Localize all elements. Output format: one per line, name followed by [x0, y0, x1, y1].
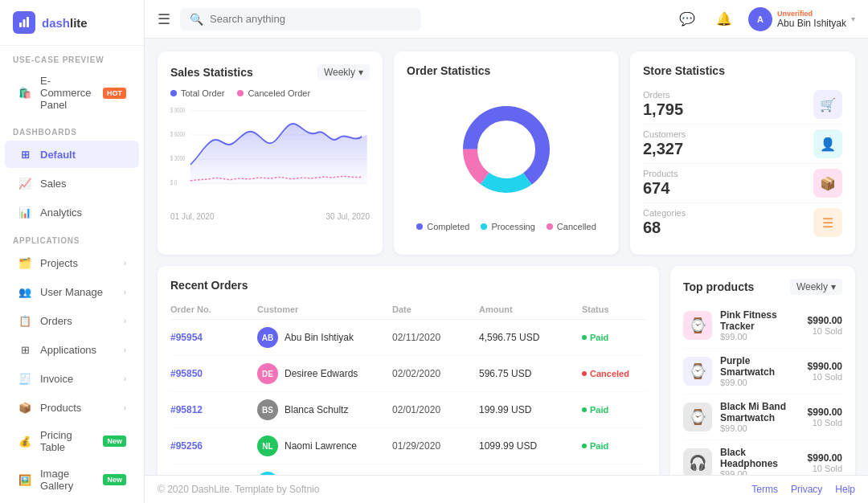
search-box[interactable]: 🔍 — [180, 8, 421, 31]
col-order-no: Order No. — [170, 305, 251, 314]
order-amount: 596.75 USD — [479, 368, 575, 379]
product-price-sub: $99.00 — [720, 332, 800, 341]
stat-categories-icon: ☰ — [813, 208, 842, 237]
sidebar: dashlite USE-CASE PREVIEW 🛍️ E-Commerce … — [0, 0, 145, 503]
privacy-link[interactable]: Privacy — [791, 484, 822, 495]
avatar-info: Unverified Abu Bin Ishityak — [777, 10, 846, 29]
legend-canceled-label: Canceled Order — [248, 88, 310, 98]
customer-name: Abu Bin Ishtiyak — [285, 332, 354, 343]
svg-text:$ 9000: $ 9000 — [170, 106, 185, 115]
sales-stats-header: Sales Statistics Weekly ▾ — [170, 64, 370, 80]
table-row: #95954 AB Abu Bin Ishtiyak 02/11/2020 4,… — [170, 320, 646, 356]
dashboards-label: DASHBOARDS — [0, 118, 144, 140]
product-info: Pink Fitness Tracker $99.00 — [720, 309, 800, 341]
status-label: Paid — [590, 441, 608, 451]
sales-chart: $ 9000 $ 6000 $ 3000 $ 0 — [170, 104, 370, 209]
customer-cell: NL Naomi Lawrence — [257, 436, 386, 456]
top-products-card: Top products Weekly ▾ ⌚ Pink Fitness Tra… — [670, 266, 855, 503]
product-image: 🎧 — [683, 448, 712, 477]
search-icon: 🔍 — [190, 13, 203, 26]
col-status: Status — [582, 305, 646, 314]
message-button[interactable]: 💬 — [674, 6, 700, 32]
sales-period-dropdown[interactable]: Weekly ▾ — [317, 64, 370, 80]
recent-orders-header: Recent Orders — [170, 279, 646, 292]
stat-products-value: 674 — [643, 178, 678, 198]
products-icon: 📦 — [18, 400, 32, 415]
help-link[interactable]: Help — [835, 484, 855, 495]
sidebar-item-user-manage-label: User Manage — [40, 286, 116, 298]
stat-orders-label: Orders — [643, 90, 683, 100]
order-date: 02/01/2020 — [392, 404, 473, 415]
sidebar-item-orders[interactable]: 📋 Orders › — [5, 307, 139, 334]
stat-customers-left: Customers 2,327 — [643, 129, 686, 158]
search-input[interactable] — [210, 13, 411, 25]
legend-canceled-dot — [237, 90, 244, 96]
product-image: ⌚ — [683, 311, 712, 340]
gallery-icon: 🖼️ — [18, 472, 32, 487]
sidebar-item-applications[interactable]: ⊞ Applications › — [5, 336, 139, 363]
legend-completed-dot — [416, 223, 423, 230]
order-statistics-card: Order Statistics Complete — [394, 51, 619, 255]
recent-orders-title: Recent Orders — [170, 279, 248, 292]
chart-icon: 📈 — [18, 176, 32, 190]
stat-products-icon: 📦 — [813, 169, 842, 198]
sidebar-item-default[interactable]: ⊞ Default — [5, 141, 139, 168]
header-icons: 💬 🔔 A Unverified Abu Bin Ishityak ▾ — [674, 6, 855, 32]
user-menu-chevron: ▾ — [851, 14, 855, 23]
sidebar-item-pricing-label: Pricing Table — [40, 429, 95, 453]
customer-name: Desiree Edwards — [285, 368, 358, 379]
order-date: 02/11/2020 — [392, 332, 473, 343]
sales-statistics-card: Sales Statistics Weekly ▾ Total Order Ca… — [158, 51, 383, 255]
avatar: DE — [257, 363, 278, 384]
status-dot — [582, 444, 587, 448]
svg-rect-1 — [23, 19, 26, 27]
order-id[interactable]: #95812 — [170, 404, 251, 415]
x-label-end: 30 Jul, 2020 — [326, 212, 371, 221]
logo-text: dashlite — [42, 16, 88, 30]
stat-orders-icon: 🛒 — [813, 90, 842, 119]
chevron-right-icon6: › — [124, 403, 126, 412]
orders-icon: 📋 — [18, 313, 32, 328]
apps-icon: ⊞ — [18, 342, 32, 357]
col-customer: Customer — [257, 305, 386, 314]
status-label: Paid — [590, 405, 608, 415]
sidebar-item-analytics[interactable]: 📊 Analytics — [5, 198, 139, 226]
sales-legend: Total Order Canceled Order — [170, 88, 370, 98]
product-price: $990.00 — [808, 452, 842, 464]
notification-button[interactable]: 🔔 — [711, 6, 737, 32]
product-price: $990.00 — [808, 315, 842, 326]
sidebar-item-pricing-table[interactable]: 💰 Pricing Table New — [5, 423, 139, 460]
projects-icon: 🗂️ — [18, 256, 32, 270]
logo: dashlite — [0, 0, 144, 46]
list-item: ⌚ Purple Smartwatch $99.00 $990.00 10 So… — [683, 349, 842, 395]
sidebar-item-image-gallery[interactable]: 🖼️ Image Gallery New — [5, 461, 139, 498]
order-id[interactable]: #95256 — [170, 440, 251, 452]
chart-x-labels: 01 Jul, 2020 30 Jul, 2020 — [170, 212, 370, 221]
donut-chart — [407, 85, 606, 214]
legend-cancelled: Cancelled — [547, 222, 596, 231]
sidebar-item-sales[interactable]: 📈 Sales — [5, 170, 139, 197]
order-amount: 4,596.75 USD — [479, 332, 575, 343]
product-name: Black Mi Band Smartwatch — [720, 401, 800, 423]
product-price: $990.00 — [808, 361, 842, 372]
sidebar-item-projects-label: Projects — [40, 257, 116, 269]
sidebar-item-ecommerce[interactable]: 🛍️ E-Commerce Panel HOT — [5, 68, 139, 117]
stat-categories-label: Categories — [643, 208, 686, 218]
sidebar-item-invoice[interactable]: 🧾 Invoice › — [5, 365, 139, 392]
order-id[interactable]: #95850 — [170, 368, 251, 379]
sales-period-label: Weekly — [324, 67, 355, 78]
list-item: ⌚ Pink Fitness Tracker $99.00 $990.00 10… — [683, 303, 842, 349]
hamburger-button[interactable]: ☰ — [158, 10, 170, 28]
terms-link[interactable]: Terms — [751, 484, 778, 495]
products-period-dropdown[interactable]: Weekly ▾ — [790, 279, 842, 295]
avatar: BS — [257, 399, 278, 420]
order-id[interactable]: #95954 — [170, 332, 251, 343]
sidebar-item-user-manage[interactable]: 👥 User Manage › — [5, 278, 139, 305]
user-menu[interactable]: A Unverified Abu Bin Ishityak ▾ — [748, 7, 855, 31]
x-label-start: 01 Jul, 2020 — [170, 212, 215, 221]
sidebar-item-products[interactable]: 📦 Products › — [5, 394, 139, 421]
stat-products-label: Products — [643, 169, 678, 178]
sidebar-item-invoice-label: Invoice — [40, 373, 116, 385]
sidebar-item-projects[interactable]: 🗂️ Projects › — [5, 249, 139, 276]
stat-orders: Orders 1,795 🛒 — [643, 85, 842, 125]
